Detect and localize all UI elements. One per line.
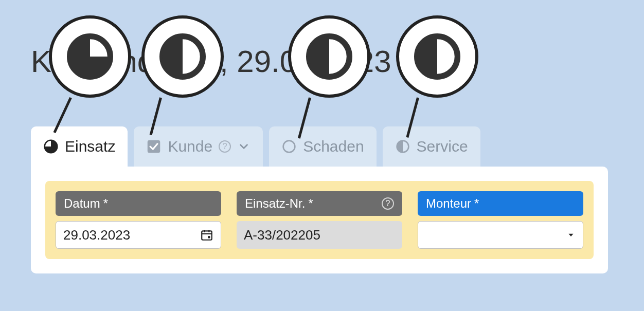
einsatznr-value: A-33/202205 (244, 227, 320, 243)
callout-kunde-icon (141, 15, 224, 98)
tab-label: Service (417, 138, 468, 155)
form-highlight-region: Datum * 29.03.2023 Einsatz-Nr. * (45, 181, 594, 259)
half-circle-icon (395, 139, 410, 154)
callout-einsatz-icon (49, 15, 131, 98)
callout-service-icon (396, 15, 478, 98)
required-asterisk: * (308, 196, 313, 211)
help-icon[interactable]: ? (382, 197, 394, 210)
tab-service[interactable]: Service (383, 126, 480, 167)
field-datum: Datum * 29.03.2023 (56, 191, 221, 249)
field-label-einsatznr: Einsatz-Nr. * ? (237, 191, 402, 216)
svg-rect-4 (202, 231, 212, 240)
datum-value: 29.03.2023 (63, 227, 130, 243)
tab-label: Schaden (303, 138, 364, 155)
form-panel: Datum * 29.03.2023 Einsatz-Nr. * (31, 167, 608, 273)
field-monteur: Monteur * (418, 191, 583, 249)
callout-schaden-icon (288, 15, 370, 98)
tab-label: Kunde (168, 138, 212, 155)
circle-empty-icon (281, 139, 297, 154)
calendar-icon[interactable] (200, 228, 213, 242)
checkbox-checked-icon (146, 139, 162, 154)
svg-rect-1 (148, 140, 160, 153)
tab-label: Einsatz (65, 138, 115, 155)
tab-schaden[interactable]: Schaden (269, 126, 376, 167)
svg-point-2 (283, 141, 295, 153)
required-asterisk: * (474, 196, 479, 211)
einsatznr-input: A-33/202205 (237, 221, 402, 249)
help-icon[interactable]: ? (219, 140, 231, 153)
field-label-datum: Datum * (56, 191, 221, 216)
chevron-down-icon (237, 140, 251, 153)
datum-input[interactable]: 29.03.2023 (56, 221, 221, 249)
required-asterisk: * (103, 196, 108, 211)
field-einsatznr: Einsatz-Nr. * ? A-33/202205 (237, 191, 402, 249)
svg-rect-8 (208, 236, 210, 238)
tabs-row: Einsatz Kunde ? Schaden Servi (31, 126, 480, 167)
monteur-select[interactable] (418, 221, 583, 249)
pie-75-icon (43, 139, 59, 154)
field-label-monteur: Monteur * (418, 191, 583, 216)
dropdown-caret-icon (566, 230, 576, 240)
tab-kunde[interactable]: Kunde ? (134, 126, 263, 167)
tab-einsatz[interactable]: Einsatz (31, 126, 128, 167)
